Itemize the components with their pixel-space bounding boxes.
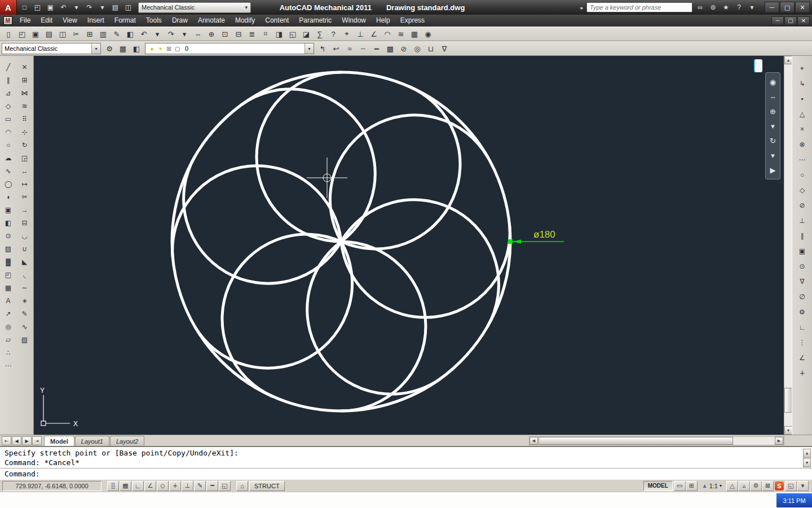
plot-icon[interactable]: ▤	[42, 28, 56, 40]
lengthen-icon[interactable]: ↦	[18, 177, 32, 190]
mech-structure-icon[interactable]: ⌂	[236, 481, 248, 491]
copy-icon[interactable]: ⊞	[83, 28, 96, 40]
snap-from-icon[interactable]: ↳	[795, 76, 810, 91]
scroll-down-icon[interactable]: ▼	[784, 426, 792, 435]
menu-view[interactable]: View	[58, 15, 82, 27]
snap-nearest-icon[interactable]: ∇	[795, 274, 810, 289]
chamfer-icon[interactable]: ◣	[18, 255, 32, 268]
layer-lock-icon[interactable]: ⊠	[165, 46, 173, 52]
markup-set-manager-icon[interactable]: ◪	[299, 28, 313, 40]
tab-model[interactable]: Model	[44, 436, 74, 446]
snap-extension-icon[interactable]: ⋯	[795, 152, 810, 167]
help-dropdown-icon[interactable]: ▾	[745, 2, 758, 13]
command-scroll-up-icon[interactable]: ▲	[803, 449, 811, 458]
ray-icon[interactable]: ↗	[2, 307, 15, 320]
redo-icon[interactable]: ↷	[164, 28, 178, 40]
spline-icon[interactable]: ∿	[2, 164, 15, 177]
filter-icon[interactable]: ∇	[438, 42, 451, 55]
struct-toggle-button[interactable]: STRUCT	[249, 481, 285, 491]
erase-icon[interactable]: ✕	[18, 60, 32, 73]
point-filter-icon[interactable]: ⋮	[795, 335, 810, 350]
multiline-text-icon[interactable]: A	[2, 294, 15, 307]
orbit-dropdown-icon[interactable]: ▾	[766, 148, 779, 163]
menu-content[interactable]: Content	[260, 15, 294, 27]
tab-layout2[interactable]: Layout2	[110, 436, 144, 446]
construction-line-icon[interactable]: ∥	[2, 73, 15, 86]
menu-window[interactable]: Window	[337, 15, 371, 27]
angle-dimension-icon[interactable]: ∠	[367, 28, 381, 40]
search-icon[interactable]: ∞	[694, 2, 707, 13]
menu-annotate[interactable]: Annotate	[193, 15, 230, 27]
tabs-prev-button[interactable]: ◀	[12, 436, 21, 445]
detail-view-icon[interactable]: ◉	[421, 28, 435, 40]
pan-icon[interactable]: ⇔	[766, 89, 779, 104]
menu-file[interactable]: File	[15, 15, 36, 27]
array-icon[interactable]: ⠿	[18, 112, 32, 125]
divide-icon[interactable]: ∴	[2, 346, 15, 359]
cut-icon[interactable]: ✂	[69, 28, 83, 40]
scale-icon[interactable]: ◲	[18, 151, 32, 164]
isolate-objects-icon[interactable]: ◎	[411, 42, 424, 55]
menu-format[interactable]: Format	[109, 15, 141, 27]
open-icon[interactable]: ◰	[15, 28, 29, 40]
snap-endpoint-icon[interactable]: ▪	[795, 91, 810, 106]
workspace-switching-icon[interactable]: ⚙	[750, 481, 762, 491]
make-object-layer-current-icon[interactable]: ↰	[316, 42, 329, 55]
plot-style-icon[interactable]: ▩	[383, 42, 397, 55]
save-icon[interactable]: ▣	[44, 2, 57, 13]
help-icon[interactable]: ?	[326, 28, 340, 40]
linetype-control-icon[interactable]: ┄	[356, 42, 370, 55]
plot-preview-icon[interactable]: ◫	[56, 28, 69, 40]
object-snap-toggle[interactable]: ◇	[157, 481, 169, 491]
undo-icon[interactable]: ↶	[137, 28, 151, 40]
save-icon[interactable]: ▣	[29, 28, 42, 40]
model-space-button[interactable]: MODEL	[643, 481, 673, 491]
layer-manager-icon[interactable]: ◧	[130, 42, 143, 55]
communication-center-badge[interactable]: S	[775, 481, 784, 491]
tabs-last-button[interactable]: ⇥	[32, 436, 42, 445]
workspace-combo[interactable]: Mechanical Classic ▾	[2, 43, 101, 54]
snap-insert-icon[interactable]: ▣	[795, 243, 810, 259]
layer-previous-icon[interactable]: ↩	[329, 42, 343, 55]
favorites-icon[interactable]: ★	[720, 2, 732, 13]
polar-icon[interactable]: ∠	[795, 350, 810, 365]
symbol-leader-icon[interactable]: ≋	[394, 28, 408, 40]
dynamic-input-toggle[interactable]: ✎	[194, 481, 206, 491]
dimension-text[interactable]: ø180	[533, 229, 555, 240]
object-snap-tracking-toggle[interactable]: ∔	[169, 481, 181, 491]
qnew-icon[interactable]: ▯	[2, 28, 15, 40]
tool-palettes-icon[interactable]: ◨	[272, 28, 286, 40]
plot-preview-icon[interactable]: ◫	[122, 2, 135, 13]
zoom-previous-icon[interactable]: ⊟	[232, 28, 245, 40]
lineweight-control-icon[interactable]: ━	[370, 42, 383, 55]
line-icon[interactable]: ╱	[2, 60, 15, 73]
chevron-down-icon[interactable]: ▾	[91, 43, 100, 54]
infocenter-collapse-icon[interactable]: ▸	[579, 5, 585, 11]
application-menu-button[interactable]: A	[0, 0, 17, 15]
circle-icon[interactable]: ○	[2, 138, 15, 151]
menu-insert[interactable]: Insert	[82, 15, 109, 27]
insert-block-icon[interactable]: ▣	[2, 203, 15, 216]
arc-dimension-icon[interactable]: ◠	[381, 28, 394, 40]
zoom-realtime-icon[interactable]: ⊕	[205, 28, 218, 40]
power-edit-icon[interactable]: ⊥	[354, 28, 367, 40]
mechanical-badge-icon[interactable]: M	[3, 16, 12, 25]
redo-icon[interactable]: ↷	[83, 2, 96, 13]
snap-parallel-icon[interactable]: ∥	[795, 228, 810, 243]
break-at-point-icon[interactable]: ⊟	[18, 216, 32, 229]
wipeout-icon[interactable]: ▱	[2, 333, 15, 346]
table-icon[interactable]: ▦	[2, 281, 15, 294]
orbit-icon[interactable]: ↻	[766, 133, 779, 148]
snap-intersection-icon[interactable]: ×	[795, 121, 810, 137]
osnap-settings-icon[interactable]: ⚙	[795, 304, 810, 319]
menu-draw[interactable]: Draw	[167, 15, 193, 27]
layer-color-swatch[interactable]: ▢	[173, 46, 182, 52]
new-file-icon[interactable]: □	[18, 2, 31, 13]
doc-close-button[interactable]: ✕	[797, 16, 810, 25]
extend-icon[interactable]: →	[18, 203, 32, 216]
snap-midpoint-icon[interactable]: △	[795, 106, 810, 121]
zoom-icon[interactable]: ⊕	[766, 104, 779, 119]
command-input[interactable]: Command:	[0, 468, 812, 479]
menu-edit[interactable]: Edit	[36, 15, 58, 27]
scroll-up-icon[interactable]: ▲	[784, 56, 792, 64]
